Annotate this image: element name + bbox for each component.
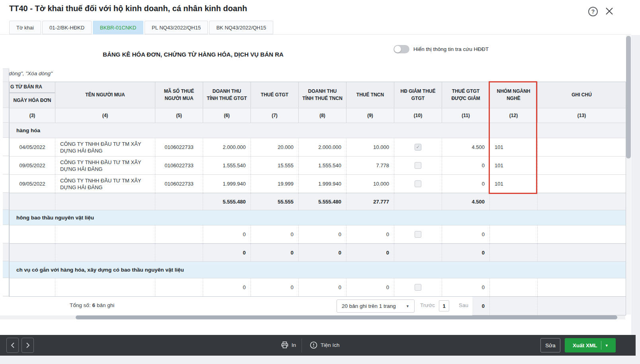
cell-revenue-tncn: 1.555.540 — [298, 157, 346, 174]
next-sheet-button[interactable] — [22, 338, 34, 353]
tab-bkbr-01cnkd[interactable]: BKBR-01CNKD — [93, 21, 143, 34]
utilities-label: Tiện ích — [321, 342, 340, 348]
reduced-invoice-checkbox[interactable] — [415, 231, 421, 238]
cell-tax-code — [155, 225, 203, 243]
total-tax-tncn: 27.777 — [346, 193, 394, 210]
tab-t-khai[interactable]: Tờ khai — [9, 21, 41, 34]
vertical-scrollbar[interactable] — [626, 35, 631, 315]
column-header-thu-tncn: THUẾ TNCN — [346, 82, 394, 108]
cell-revenue-tncn: 1.999.940 — [298, 175, 346, 193]
invoice-doc-group-header-cell: G TỪ BÁN RANGÀY HÓA ĐƠN — [10, 82, 55, 108]
cell-revenue-tncn: 2.000.000 — [298, 138, 346, 156]
horizontal-scrollbar[interactable] — [0, 315, 625, 319]
column-index: (9) — [346, 108, 394, 123]
cell-checkbox — [394, 157, 442, 174]
clipped-column-cell — [3, 68, 9, 82]
reduced-invoice-checkbox[interactable] — [415, 162, 421, 169]
footer-right-margin — [636, 335, 640, 356]
prev-sheet-button[interactable] — [6, 338, 19, 353]
cell-note — [537, 138, 626, 156]
page-size-select[interactable]: 20 bản ghi trên 1 trang ▼ — [337, 299, 415, 313]
cell-tax-gtgt: 0 — [251, 225, 298, 243]
total-note — [537, 297, 626, 315]
dialog-title: TT40 - Tờ khai thuế đối với hộ kinh doan… — [9, 4, 247, 13]
print-button[interactable]: In — [281, 341, 296, 348]
cell-gtgt-reduced: 4.500 — [442, 138, 489, 156]
cell-revenue-gtgt: 0 — [203, 225, 251, 243]
prev-page-label[interactable]: Trước — [420, 302, 435, 308]
total-tax-gtgt: 0 — [251, 244, 298, 261]
hddt-lookup-toggle[interactable] — [393, 45, 409, 53]
reduced-invoice-checkbox[interactable] — [415, 180, 421, 187]
reduced-invoice-checkbox[interactable] — [415, 284, 421, 291]
tab-pl-nq43-2022-qh15[interactable]: PL NQ43/2022/QH15 — [145, 21, 208, 34]
total-note — [537, 244, 626, 261]
column-header-thu-gtgt-c-gi-m: THUẾ GTGT ĐƯỢC GIẢM — [442, 82, 489, 108]
chevron-down-icon: ▼ — [406, 304, 409, 308]
section-title: hông bao thầu nguyên vật liệu — [16, 215, 94, 221]
vertical-scrollbar-thumb[interactable] — [626, 36, 631, 159]
print-label: In — [292, 342, 296, 348]
total-industry-group — [489, 193, 537, 210]
export-xml-button[interactable]: Xuất XML ▾ — [565, 338, 616, 352]
clipped-column-cell — [3, 122, 9, 137]
column-index: (13) — [537, 108, 626, 123]
column-header-thu-gtgt: THUẾ GTGT — [251, 82, 298, 108]
cell-tax-code: 0106022733 — [155, 157, 203, 174]
cell-tax-gtgt: 15.555 — [251, 157, 298, 174]
cell-buyer — [55, 278, 155, 296]
cell-date — [10, 225, 55, 243]
next-page-label[interactable]: Sau — [459, 302, 468, 308]
column-index-row: (3)(4)(5)(6)(7)(8)(9)(10)(11)(12)(13) — [10, 108, 626, 123]
reduced-invoice-checkbox[interactable]: ✓ — [415, 144, 421, 151]
horizontal-scrollbar-thumb[interactable] — [76, 315, 617, 319]
total-industry-group — [489, 297, 537, 315]
section-totals-row: 00000 — [10, 243, 626, 261]
section-header-row: hàng hóa — [10, 123, 626, 138]
page-number-input[interactable]: 1 — [439, 300, 449, 311]
column-index: (11) — [442, 108, 489, 123]
cell-gtgt-reduced: 0 — [442, 225, 489, 243]
cell-tax-code: 0106022733 — [155, 175, 203, 193]
column-index: (4) — [55, 108, 155, 123]
utilities-button[interactable]: Tiện ích — [310, 341, 340, 349]
section-header-row: ch vụ có gắn với hàng hóa, xây dựng có b… — [10, 261, 626, 278]
cell-tax-code — [155, 278, 203, 296]
column-index: (12) — [489, 108, 537, 123]
total-revenue-tncn: 5.555.480 — [298, 193, 346, 210]
total-revenue-tncn: 0 — [298, 244, 346, 261]
cell-buyer: CÔNG TY TNHH ĐẦU TƯ TM XÂY DỰNG HẢI ĐĂNG — [55, 175, 155, 193]
cell-checkbox: ✓ — [394, 138, 442, 156]
total-tax-code — [155, 193, 203, 210]
export-dropdown-caret-icon[interactable]: ▾ — [605, 343, 608, 348]
cell-buyer: CÔNG TY TNHH ĐẦU TƯ TM XÂY DỰNG HẢI ĐĂNG — [55, 138, 155, 156]
column-header-doanh-thu-t-nh-thu-gtgt: DOANH THU TÍNH THUẾ GTGT — [203, 82, 251, 108]
invoice-doc-group-label: G TỪ BÁN RA — [10, 82, 55, 93]
cell-buyer: CÔNG TY TNHH ĐẦU TƯ TM XÂY DỰNG HẢI ĐĂNG — [55, 157, 155, 174]
tab-01-2-bk-h-kd[interactable]: 01-2/BK-HĐKD — [42, 21, 92, 34]
cell-checkbox — [394, 175, 442, 193]
cell-tax-gtgt: 19.999 — [251, 175, 298, 193]
invoice-row: 04/05/2022CÔNG TY TNHH ĐẦU TƯ TM XÂY DỰN… — [10, 138, 626, 156]
column-header-doanh-thu-t-nh-thu-tncn: DOANH THU TÍNH THUẾ TNCN — [298, 82, 346, 108]
close-icon[interactable] — [605, 6, 614, 16]
cell-tax-tncn: 0 — [346, 225, 394, 243]
help-icon[interactable]: ? — [588, 7, 598, 16]
cell-tax-tncn: 0 — [346, 278, 394, 296]
cell-industry-group — [489, 278, 537, 296]
column-header-t-n-ng-i-mua: TÊN NGƯỜI MUA — [55, 82, 155, 108]
export-button-divider — [601, 341, 601, 350]
clipped-column-cell — [3, 209, 9, 225]
cell-revenue-tncn: 0 — [298, 225, 346, 243]
cell-industry-group — [489, 225, 537, 243]
clipped-column-cell — [3, 278, 9, 296]
edit-button[interactable]: Sửa — [540, 338, 560, 352]
tab-bk-nq43-2022-qh15[interactable]: BK NQ43/2022/QH15 — [209, 21, 273, 34]
column-index: (5) — [155, 108, 203, 123]
hddt-toggle-row: Hiển thị thông tin tra cứu HĐĐT — [393, 45, 489, 53]
section-title: hàng hóa — [16, 127, 40, 133]
clipped-column-sliver — [3, 68, 9, 315]
pagination-bar: Tổng số:6bản ghi 20 bản ghi trên 1 trang… — [0, 297, 472, 315]
cell-note — [537, 278, 626, 296]
cell-checkbox — [394, 278, 442, 296]
